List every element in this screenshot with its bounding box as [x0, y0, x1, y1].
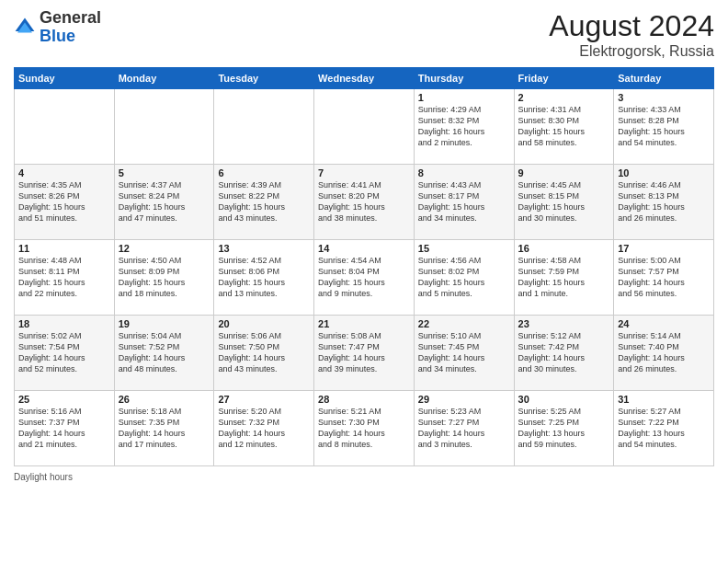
day-number: 9: [518, 167, 610, 178]
calendar-cell: 19Sunrise: 5:04 AM Sunset: 7:52 PM Dayli…: [114, 316, 214, 391]
calendar-week-row: 11Sunrise: 4:48 AM Sunset: 8:11 PM Dayli…: [15, 240, 714, 316]
day-info: Sunrise: 4:58 AM Sunset: 7:59 PM Dayligh…: [518, 255, 610, 300]
calendar-cell: 21Sunrise: 5:08 AM Sunset: 7:47 PM Dayli…: [314, 316, 415, 391]
day-info: Sunrise: 4:31 AM Sunset: 8:30 PM Dayligh…: [518, 104, 610, 149]
day-number: 26: [119, 394, 210, 405]
calendar-cell: 24Sunrise: 5:14 AM Sunset: 7:40 PM Dayli…: [614, 316, 714, 391]
day-info: Sunrise: 5:12 AM Sunset: 7:42 PM Dayligh…: [518, 330, 610, 375]
day-info: Sunrise: 5:27 AM Sunset: 7:22 PM Dayligh…: [618, 406, 710, 451]
location: Elektrogorsk, Russia: [549, 43, 714, 60]
day-number: 10: [618, 167, 710, 178]
day-info: Sunrise: 4:54 AM Sunset: 8:04 PM Dayligh…: [318, 255, 410, 300]
day-number: 18: [18, 318, 110, 329]
day-info: Sunrise: 4:50 AM Sunset: 8:09 PM Dayligh…: [119, 255, 210, 300]
day-info: Sunrise: 5:06 AM Sunset: 7:50 PM Dayligh…: [218, 330, 310, 375]
day-number: 4: [18, 167, 110, 178]
day-number: 17: [618, 243, 710, 254]
day-number: 19: [119, 318, 210, 329]
day-number: 28: [318, 394, 410, 405]
day-info: Sunrise: 4:39 AM Sunset: 8:22 PM Dayligh…: [218, 179, 310, 224]
day-info: Sunrise: 5:10 AM Sunset: 7:45 PM Dayligh…: [418, 330, 510, 375]
header-row: SundayMondayTuesdayWednesdayThursdayFrid…: [15, 68, 714, 89]
calendar-cell: 5Sunrise: 4:37 AM Sunset: 8:24 PM Daylig…: [114, 165, 214, 240]
day-number: 20: [218, 318, 310, 329]
day-info: Sunrise: 5:21 AM Sunset: 7:30 PM Dayligh…: [318, 406, 410, 451]
day-number: 3: [618, 92, 710, 103]
logo-text: General Blue: [40, 9, 101, 46]
logo: General Blue: [14, 9, 101, 46]
day-number: 11: [18, 243, 110, 254]
day-info: Sunrise: 5:25 AM Sunset: 7:25 PM Dayligh…: [518, 406, 610, 451]
day-info: Sunrise: 4:56 AM Sunset: 8:02 PM Dayligh…: [418, 255, 510, 300]
day-number: 14: [318, 243, 410, 254]
calendar-cell: 23Sunrise: 5:12 AM Sunset: 7:42 PM Dayli…: [514, 316, 614, 391]
day-number: 31: [618, 394, 710, 405]
day-number: 1: [418, 92, 510, 103]
logo-icon: [14, 17, 36, 39]
day-number: 15: [418, 243, 510, 254]
calendar-cell: 4Sunrise: 4:35 AM Sunset: 8:26 PM Daylig…: [15, 165, 115, 240]
day-header: Sunday: [15, 68, 115, 89]
calendar-cell: 20Sunrise: 5:06 AM Sunset: 7:50 PM Dayli…: [214, 316, 314, 391]
day-info: Sunrise: 4:41 AM Sunset: 8:20 PM Dayligh…: [318, 179, 410, 224]
day-number: 12: [119, 243, 210, 254]
day-info: Sunrise: 4:29 AM Sunset: 8:32 PM Dayligh…: [418, 104, 510, 149]
calendar-cell: 16Sunrise: 4:58 AM Sunset: 7:59 PM Dayli…: [514, 240, 614, 316]
day-number: 13: [218, 243, 310, 254]
day-info: Sunrise: 4:46 AM Sunset: 8:13 PM Dayligh…: [618, 179, 710, 224]
day-info: Sunrise: 4:48 AM Sunset: 8:11 PM Dayligh…: [18, 255, 110, 300]
calendar-week-row: 4Sunrise: 4:35 AM Sunset: 8:26 PM Daylig…: [15, 165, 714, 240]
day-info: Sunrise: 5:04 AM Sunset: 7:52 PM Dayligh…: [119, 330, 210, 375]
day-header: Wednesday: [314, 68, 415, 89]
day-number: 27: [218, 394, 310, 405]
calendar-cell: 3Sunrise: 4:33 AM Sunset: 8:28 PM Daylig…: [614, 89, 714, 165]
calendar-week-row: 25Sunrise: 5:16 AM Sunset: 7:37 PM Dayli…: [15, 391, 714, 466]
day-header: Saturday: [614, 68, 714, 89]
day-info: Sunrise: 5:18 AM Sunset: 7:35 PM Dayligh…: [119, 406, 210, 451]
day-info: Sunrise: 5:08 AM Sunset: 7:47 PM Dayligh…: [318, 330, 410, 375]
day-number: 25: [18, 394, 110, 405]
day-info: Sunrise: 4:45 AM Sunset: 8:15 PM Dayligh…: [518, 179, 610, 224]
page: General Blue August 2024 Elektrogorsk, R…: [0, 0, 728, 563]
day-number: 24: [618, 318, 710, 329]
day-info: Sunrise: 5:14 AM Sunset: 7:40 PM Dayligh…: [618, 330, 710, 375]
day-header: Thursday: [414, 68, 514, 89]
calendar-cell: 30Sunrise: 5:25 AM Sunset: 7:25 PM Dayli…: [514, 391, 614, 466]
logo-blue: Blue: [40, 27, 75, 45]
calendar-cell: 14Sunrise: 4:54 AM Sunset: 8:04 PM Dayli…: [314, 240, 415, 316]
day-header: Tuesday: [214, 68, 314, 89]
calendar-cell: 31Sunrise: 5:27 AM Sunset: 7:22 PM Dayli…: [614, 391, 714, 466]
calendar-cell: 13Sunrise: 4:52 AM Sunset: 8:06 PM Dayli…: [214, 240, 314, 316]
calendar-cell: 25Sunrise: 5:16 AM Sunset: 7:37 PM Dayli…: [15, 391, 115, 466]
day-number: 6: [218, 167, 310, 178]
calendar-cell: 28Sunrise: 5:21 AM Sunset: 7:30 PM Dayli…: [314, 391, 415, 466]
day-info: Sunrise: 4:33 AM Sunset: 8:28 PM Dayligh…: [618, 104, 710, 149]
calendar-cell: 7Sunrise: 4:41 AM Sunset: 8:20 PM Daylig…: [314, 165, 415, 240]
calendar-cell: 29Sunrise: 5:23 AM Sunset: 7:27 PM Dayli…: [414, 391, 514, 466]
calendar-cell: 12Sunrise: 4:50 AM Sunset: 8:09 PM Dayli…: [114, 240, 214, 316]
day-number: 30: [518, 394, 610, 405]
month-year: August 2024: [549, 9, 714, 43]
daylight-label: Daylight hours: [14, 472, 73, 482]
day-info: Sunrise: 4:52 AM Sunset: 8:06 PM Dayligh…: [218, 255, 310, 300]
day-number: 7: [318, 167, 410, 178]
calendar-week-row: 1Sunrise: 4:29 AM Sunset: 8:32 PM Daylig…: [15, 89, 714, 165]
day-header: Monday: [114, 68, 214, 89]
calendar-cell: 15Sunrise: 4:56 AM Sunset: 8:02 PM Dayli…: [414, 240, 514, 316]
calendar-week-row: 18Sunrise: 5:02 AM Sunset: 7:54 PM Dayli…: [15, 316, 714, 391]
logo-general: General: [40, 8, 101, 27]
calendar-cell: 1Sunrise: 4:29 AM Sunset: 8:32 PM Daylig…: [414, 89, 514, 165]
day-number: 23: [518, 318, 610, 329]
calendar-cell: 17Sunrise: 5:00 AM Sunset: 7:57 PM Dayli…: [614, 240, 714, 316]
calendar-cell: [114, 89, 214, 165]
calendar-cell: 8Sunrise: 4:43 AM Sunset: 8:17 PM Daylig…: [414, 165, 514, 240]
header: General Blue August 2024 Elektrogorsk, R…: [14, 9, 714, 60]
day-number: 5: [119, 167, 210, 178]
calendar-cell: 10Sunrise: 4:46 AM Sunset: 8:13 PM Dayli…: [614, 165, 714, 240]
day-number: 22: [418, 318, 510, 329]
calendar-cell: 2Sunrise: 4:31 AM Sunset: 8:30 PM Daylig…: [514, 89, 614, 165]
day-info: Sunrise: 5:20 AM Sunset: 7:32 PM Dayligh…: [218, 406, 310, 451]
calendar-cell: [314, 89, 415, 165]
calendar-cell: 26Sunrise: 5:18 AM Sunset: 7:35 PM Dayli…: [114, 391, 214, 466]
day-number: 21: [318, 318, 410, 329]
